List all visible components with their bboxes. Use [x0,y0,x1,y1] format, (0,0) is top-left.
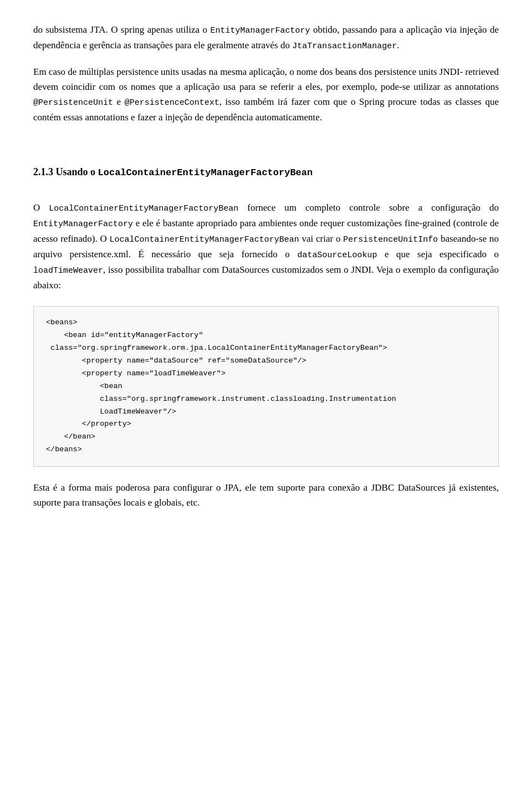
page-content: do subsistema JTA. O spring apenas utili… [33,22,499,511]
blank-line-2 [33,190,499,200]
section-label: Usando o [56,166,98,177]
section-mono: LocalContainerEntityManagerFactoryBean [98,167,313,178]
body-para1-end2: vai criar o [299,233,344,244]
body-para1-mid: fornece um completo controle sobre a con… [238,202,499,213]
intro-paragraph-1: do subsistema JTA. O spring apenas utili… [33,22,499,53]
blank-line-1 [33,134,499,144]
intro-text-1: do subsistema JTA. O spring apenas utili… [33,24,210,35]
para2-mono2: @PersistenceContext [125,98,219,108]
body-para1-mono5: dataSourceLookup [297,251,377,260]
section-heading: 2.1.3 Usando o LocalContainerEntityManag… [33,164,499,180]
para2-text: Em caso de múltiplas persistence units u… [33,67,499,92]
body-paragraph-1: O LocalContainerEntityManagerFactoryBean… [33,200,499,293]
body-para1-start: O [33,202,49,213]
code-block: <beans> <bean id="entityManagerFactory" … [33,306,499,467]
para2-mid: e [113,96,125,107]
body-para1-mono2: EntityManagerFactory [33,220,133,229]
body-para1-mono4: PersistenceUnitInfo [343,235,438,244]
intro-mono-1: EntityManagerFactory [210,26,310,35]
body-para1-mono6: loadTimeWeaver [33,266,103,276]
body-para1-mono1: LocalContainerEntityManagerFactoryBean [49,204,238,213]
intro-text-1c: . [397,40,399,50]
intro-mono-2: JtaTransactionManager [292,42,397,51]
body-para1-mono3: LocalContainerEntityManagerFactoryBean [110,235,299,244]
paragraph-2: Em caso de múltiplas persistence units u… [33,64,499,125]
para2-mono1: @PersistenceUnit [33,98,113,108]
footer-paragraph: Esta é a forma mais poderosa para config… [33,480,499,510]
body-para1-end5: , isso possibilita trabalhar com DataSou… [33,264,499,291]
section-number: 2.1.3 [33,166,53,177]
body-para1-end4: e que seja especificado o [377,249,499,259]
